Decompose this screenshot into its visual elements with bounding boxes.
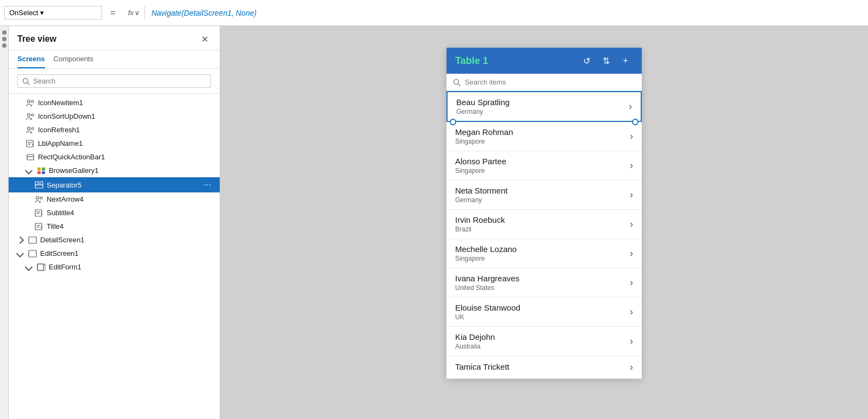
form-icon [37,263,46,271]
tree-item-IconNewItem1[interactable]: IconNewItem1 [9,96,220,109]
fx-button[interactable]: fx ∨ [124,7,145,19]
strip-dot-2 [2,37,7,41]
chevron-right-icon: › [630,248,633,259]
svg-point-7 [31,127,34,130]
edit-box-icon [35,209,43,217]
tree-item-IconSortUpDown1[interactable]: IconSortUpDown1 [9,109,220,123]
gallery-search-input[interactable] [465,78,635,86]
svg-rect-22 [35,210,42,216]
tree-item-label: IconNewItem1 [38,99,211,107]
property-dropdown[interactable]: OnSelect ▾ [4,6,102,20]
tree-item-label: RectQuickActionBar1 [38,153,211,161]
add-button[interactable]: + [618,53,633,68]
tree-item-DetailScreen1[interactable]: DetailScreen1 [9,233,220,247]
gallery-item-country-2: Singapore [455,167,630,175]
tree-header: Tree view ✕ [9,26,220,50]
tree-item-label: Separator5 [47,181,201,189]
tree-item-RectQuickActionBar1[interactable]: RectQuickActionBar1 [9,150,220,164]
more-options-icon[interactable]: ··· [204,180,211,190]
gallery-item-8[interactable]: Kia Dejohn Australia › [446,327,642,356]
chevron-right-icon: › [629,101,632,112]
svg-point-2 [28,100,30,102]
formula-input[interactable] [147,7,864,20]
gallery-item-7[interactable]: Elouise Stanwood UK › [446,298,642,327]
svg-rect-30 [37,264,45,270]
svg-rect-14 [42,167,45,171]
chevron-right-icon: › [630,189,633,201]
svg-rect-16 [42,171,45,174]
strip-dot-1 [2,30,7,35]
svg-rect-25 [35,223,42,230]
svg-point-20 [36,196,39,199]
screen-icon [28,250,37,257]
chevron-down-icon [25,166,33,174]
dropdown-chevron: ▾ [40,9,44,17]
chevron-right-icon: › [630,306,633,318]
main-layout: Tree view ✕ Screens Components [0,26,868,419]
app-preview: Table 1 ↺ ⇅ + [446,48,642,379]
gallery-item-5[interactable]: Mechelle Lozano Singapore › [446,239,642,268]
tree-item-Separator5[interactable]: Separator5 ··· [9,177,220,192]
tree-item-Title4[interactable]: Title4 [9,220,220,233]
gallery-item-2[interactable]: Alonso Partee Singapore › [446,151,642,181]
gallery-item-country-7: UK [455,313,630,321]
chevron-down-icon [25,263,33,270]
tree-items-list: IconNewItem1 IconSortUpDown1 [9,94,220,419]
gallery-item-0[interactable]: Beau Spratling Germany › [448,92,641,121]
refresh-button[interactable]: ↺ [579,53,594,68]
svg-line-33 [458,83,461,86]
tree-item-BrowseGallery1[interactable]: BrowseGallery1 [9,164,220,177]
gallery-selected-wrapper: Beau Spratling Germany › [446,91,642,122]
gallery-item-country-5: Singapore [455,255,630,262]
tree-panel: Tree view ✕ Screens Components [9,26,220,419]
person-group-icon [35,196,43,203]
rect-icon [26,153,35,161]
svg-rect-13 [37,167,41,171]
gallery-item-country-4: Brazil [455,225,630,233]
gallery-item-name-7: Elouise Stanwood [455,303,630,312]
tree-item-Subtitle4[interactable]: Subtitle4 [9,206,220,220]
svg-rect-28 [29,237,36,243]
tab-components[interactable]: Components [54,55,94,68]
gallery-item-6[interactable]: Ivana Hargreaves United States › [446,268,642,298]
chevron-right-icon: › [630,160,633,171]
chevron-down-icon [16,249,24,257]
gallery-item-3[interactable]: Neta Storment Germany › [446,181,642,210]
gallery-title: Table 1 [455,55,575,67]
tab-screens[interactable]: Screens [17,55,45,68]
edit-box-icon [35,223,43,230]
search-icon [453,79,461,86]
svg-rect-15 [37,171,41,174]
gallery-header: Table 1 ↺ ⇅ + [446,48,642,74]
tree-item-LblAppName1[interactable]: LblAppName1 [9,137,220,150]
formula-bar: OnSelect ▾ = fx ∨ [0,0,868,26]
equals-button[interactable]: = [104,4,122,22]
add-icon: + [623,56,628,66]
svg-line-1 [28,82,30,85]
tree-item-EditScreen1[interactable]: EditScreen1 [9,247,220,260]
search-icon [22,78,30,85]
chevron-right-icon [16,236,24,243]
gallery-item-country-0: Germany [456,108,629,115]
gallery-item-1[interactable]: Megan Rohman Singapore › [446,122,642,151]
svg-rect-31 [37,264,43,270]
gallery-item-4[interactable]: Irvin Roebuck Brazil › [446,210,642,239]
tree-close-button[interactable]: ✕ [198,33,211,46]
screen-icon [28,236,37,244]
tree-item-EditForm1[interactable]: EditForm1 [9,260,220,274]
tree-tabs: Screens Components [9,50,220,69]
tree-item-NextArrow4[interactable]: NextArrow4 [9,192,220,206]
gallery-search-bar [446,74,642,91]
gallery-item-name-1: Megan Rohman [455,127,630,137]
search-input[interactable] [33,77,206,85]
tree-search-container [9,69,220,94]
tree-item-IconRefresh1[interactable]: IconRefresh1 [9,123,220,137]
resize-handle-right[interactable] [632,119,639,125]
tree-item-label: EditScreen1 [40,249,211,257]
sort-button[interactable]: ⇅ [598,53,614,68]
gallery-item-country-8: Australia [455,343,630,350]
chevron-right-icon: › [630,218,633,230]
resize-handle-left[interactable] [450,119,456,125]
gallery-item-9[interactable]: Tamica Trickett › [446,356,642,379]
close-icon: ✕ [201,34,208,44]
